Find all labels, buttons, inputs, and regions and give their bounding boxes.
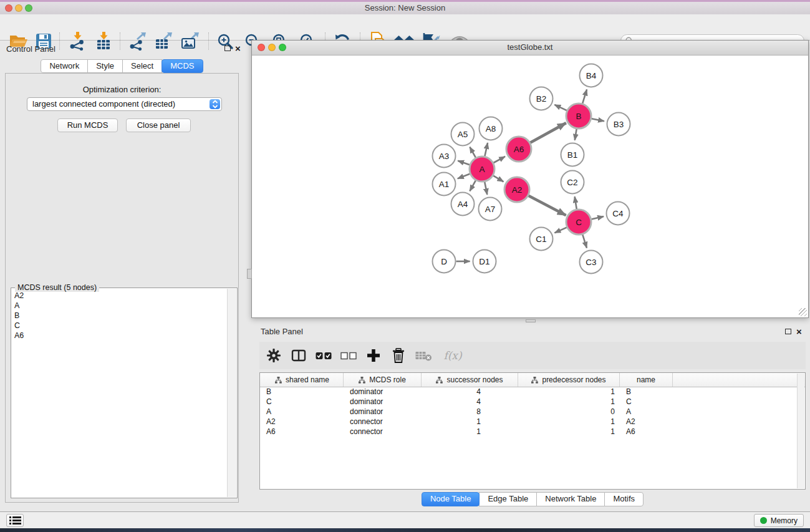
horizontal-divider-handle[interactable] — [526, 319, 536, 322]
graph-edge-C-C4[interactable] — [591, 216, 604, 219]
export-network-icon[interactable] — [127, 31, 148, 52]
table-cell[interactable]: dominator — [344, 407, 422, 417]
table-cell[interactable]: A6 — [261, 427, 344, 437]
optimization-dropdown[interactable]: largest connected component (directed) — [27, 97, 222, 111]
result-item[interactable]: A2 — [12, 291, 227, 301]
graph-edge-A-A3[interactable] — [458, 161, 470, 165]
network-zoom-light[interactable] — [279, 44, 286, 51]
graph-node-C1[interactable]: C1 — [530, 228, 553, 251]
table-cell[interactable]: A — [261, 407, 344, 417]
task-history-button[interactable] — [6, 514, 24, 527]
close-panel-button[interactable]: Close panel — [126, 118, 191, 132]
table-float-panel-icon[interactable] — [785, 329, 791, 334]
mcds-result-list[interactable]: A2ABCA6 — [12, 291, 227, 496]
graph-node-B1[interactable]: B1 — [561, 143, 584, 167]
table-cell[interactable]: dominator — [344, 397, 422, 407]
tab-motifs[interactable]: Motifs — [604, 492, 644, 506]
graph-edge-C-C3[interactable] — [582, 235, 587, 248]
graph-node-D1[interactable]: D1 — [473, 250, 496, 273]
float-panel-icon[interactable] — [224, 46, 231, 51]
tab-network[interactable]: Network — [41, 59, 88, 73]
graph-edge-C-C2[interactable] — [575, 196, 577, 209]
graph-node-B2[interactable]: B2 — [530, 87, 553, 110]
table-cell[interactable]: B — [620, 387, 673, 397]
table-cell[interactable]: B — [261, 387, 344, 397]
table-cell[interactable]: A6 — [620, 427, 673, 437]
graph-node-A3[interactable]: A3 — [433, 145, 456, 168]
tab-network-table[interactable]: Network Table — [536, 492, 605, 506]
function-builder-icon[interactable]: f(x) — [440, 347, 465, 364]
table-row[interactable]: Cdominator41C — [260, 397, 798, 407]
add-column-icon[interactable] — [365, 347, 382, 364]
graph-edge-A2-C[interactable] — [529, 196, 566, 216]
graph-edge-A-A8[interactable] — [485, 143, 488, 156]
select-all-columns-icon[interactable] — [316, 347, 332, 364]
graph-node-B[interactable]: B — [566, 104, 591, 128]
table-cell[interactable]: 8 — [422, 407, 518, 417]
result-item[interactable]: B — [12, 311, 227, 321]
network-close-light[interactable] — [258, 44, 265, 51]
resize-grip-icon[interactable] — [799, 308, 807, 316]
graph-edge-B-B4[interactable] — [582, 89, 587, 103]
close-panel-icon[interactable]: × — [235, 44, 241, 53]
table-cell[interactable]: A2 — [261, 417, 344, 427]
graph-edge-A-A7[interactable] — [485, 182, 487, 195]
graph-node-A6[interactable]: A6 — [506, 137, 531, 162]
graph-edge-B-B1[interactable] — [575, 129, 577, 140]
table-cell[interactable]: 1 — [518, 417, 620, 427]
table-cell[interactable]: dominator — [344, 387, 422, 397]
graph-node-B4[interactable]: B4 — [580, 64, 603, 87]
gear-icon[interactable] — [266, 347, 282, 364]
tab-edge-table[interactable]: Edge Table — [479, 492, 537, 506]
close-window-light[interactable] — [5, 4, 12, 12]
deselect-all-columns-icon[interactable] — [340, 347, 357, 364]
result-item[interactable]: C — [12, 321, 227, 331]
table-cell[interactable]: 4 — [422, 387, 518, 397]
table-close-panel-icon[interactable]: × — [796, 327, 802, 336]
graph-node-C4[interactable]: C4 — [607, 202, 630, 225]
graph-node-A4[interactable]: A4 — [451, 193, 475, 216]
network-view-window[interactable]: testGlobe.txt B4B2BB3A5A8A6A3AB1A1A2C2A4… — [251, 40, 809, 318]
tab-mcds[interactable]: MCDS — [162, 59, 203, 73]
result-item[interactable]: A6 — [12, 331, 227, 341]
result-item[interactable]: A — [12, 301, 227, 311]
graph-edge-B-B3[interactable] — [592, 118, 604, 121]
export-table-icon[interactable] — [153, 31, 174, 52]
table-cell[interactable]: A2 — [620, 417, 673, 427]
graph-node-A7[interactable]: A7 — [479, 198, 502, 221]
graph-edge-A-A6[interactable] — [493, 157, 505, 163]
table-cell[interactable]: 1 — [518, 387, 620, 397]
tab-node-table[interactable]: Node Table — [422, 492, 480, 506]
table-cell[interactable]: connector — [344, 427, 422, 437]
graph-edge-A-A4[interactable] — [470, 180, 475, 191]
table-cell[interactable]: C — [261, 397, 344, 407]
table-row[interactable]: A2connector11A2 — [260, 417, 798, 427]
graph-edge-C-C1[interactable] — [554, 228, 566, 233]
table-cell[interactable]: 1 — [518, 397, 620, 407]
graph-node-A1[interactable]: A1 — [433, 173, 456, 196]
table-cell[interactable]: 1 — [422, 417, 518, 427]
table-cell[interactable]: 1 — [518, 427, 620, 437]
export-image-icon[interactable] — [180, 31, 201, 52]
split-table-icon[interactable] — [291, 347, 307, 364]
table-cell[interactable]: 1 — [422, 427, 518, 437]
column-header-predecessor-nodes[interactable]: predecessor nodes — [518, 373, 620, 387]
graph-edge-A-A2[interactable] — [493, 176, 503, 182]
memory-button[interactable]: Memory — [754, 514, 804, 527]
graph-node-C2[interactable]: C2 — [561, 171, 584, 194]
column-header-shared-name[interactable]: shared name — [261, 373, 344, 387]
import-table-icon[interactable] — [93, 31, 114, 52]
column-header-successor-nodes[interactable]: successor nodes — [422, 373, 518, 387]
table-cell[interactable]: 4 — [422, 397, 518, 407]
delete-table-icon[interactable] — [415, 347, 432, 364]
main-titlebar[interactable]: Session: New Session — [0, 2, 810, 15]
graph-edge-A-A5[interactable] — [470, 147, 475, 158]
graph-node-C3[interactable]: C3 — [580, 251, 603, 274]
table-cell[interactable]: 0 — [518, 407, 620, 417]
table-cell[interactable]: connector — [344, 417, 422, 427]
graph-node-A8[interactable]: A8 — [480, 117, 503, 140]
network-window-titlebar[interactable]: testGlobe.txt — [252, 41, 808, 56]
table-cell[interactable]: C — [620, 397, 673, 407]
graph-edge-B-B2[interactable] — [554, 105, 567, 110]
network-minimize-light[interactable] — [268, 44, 276, 51]
